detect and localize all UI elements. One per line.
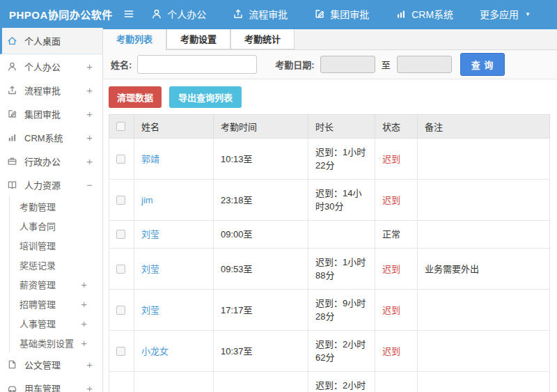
date-from-input[interactable] — [320, 56, 375, 73]
sidebar-item-label: 考勤管理 — [19, 200, 102, 213]
employee-name-link[interactable]: 刘莹 — [141, 264, 159, 274]
sidebar-item-label: 个人办公 — [24, 60, 86, 73]
status-badge: 迟到 — [382, 154, 400, 164]
status-cell: 正常 — [375, 221, 418, 249]
table-row: 小龙女10:37至迟到：2小时62分迟到 — [109, 331, 550, 372]
sidebar-item-document-management[interactable]: 公文管理+ — [0, 352, 102, 376]
topbar: PHPOA协同办公软件 个人办公流程审批集团审批CRM系统更多应用▼ — [0, 0, 557, 28]
expand-plus-icon[interactable]: + — [86, 61, 93, 72]
sidebar-item-vehicle-management[interactable]: 用车管理+ — [0, 376, 102, 392]
select-all-header-cell — [109, 115, 134, 139]
nav-item-workflow-approval[interactable]: 流程审批 — [233, 7, 288, 21]
employee-name-cell: 郭靖 — [134, 139, 214, 180]
row-checkbox[interactable] — [116, 265, 125, 274]
search-button[interactable]: 查 询 — [460, 53, 505, 76]
sidebar-item-admin-office[interactable]: 行政办公+ — [0, 149, 102, 173]
row-checkbox[interactable] — [116, 306, 125, 315]
sidebar-item-personnel-management[interactable]: 人事管理+ — [9, 313, 102, 333]
sidebar-item-recruitment-management[interactable]: 招聘管理+ — [9, 294, 102, 313]
row-checkbox[interactable] — [116, 196, 125, 205]
sidebar-item-reward-punishment[interactable]: 奖惩记录 — [9, 255, 102, 274]
sidebar-item-training-management[interactable]: 培训管理 — [9, 235, 102, 255]
expand-plus-icon[interactable]: + — [86, 84, 93, 96]
employee-name-link[interactable]: 郭靖 — [141, 154, 159, 164]
sidebar-item-human-resources[interactable]: 人力资源− — [0, 173, 102, 196]
expand-plus-icon[interactable]: + — [86, 108, 93, 120]
status-cell: 迟到/早退 — [375, 372, 418, 392]
sidebar-item-base-category-settings[interactable]: 基础类别设置+ — [9, 333, 102, 352]
employee-name-link[interactable]: 刘莹 — [141, 305, 159, 315]
sidebar-item-salary-management[interactable]: 薪资管理+ — [9, 274, 102, 294]
date-filter-label: 考勤日期: — [275, 58, 314, 71]
personal-office-icon — [151, 8, 162, 19]
name-filter-input[interactable] — [137, 55, 257, 74]
tab-attendance-settings[interactable]: 考勤设置 — [166, 29, 230, 49]
collapse-minus-icon[interactable]: − — [86, 179, 93, 191]
expand-plus-icon[interactable]: + — [86, 359, 93, 370]
nav-item-more-apps[interactable]: 更多应用▼ — [480, 7, 531, 21]
nav-item-label: 更多应用 — [480, 7, 519, 21]
table-row: 管理员10:54至10:54迟到：2小时90分早退：7小时10分迟到/早退111… — [109, 372, 550, 392]
status-cell: 迟到 — [375, 290, 418, 331]
chart-icon — [7, 132, 18, 143]
sidebar-item-desktop[interactable]: 个人桌面 — [0, 28, 102, 54]
expand-plus-icon[interactable]: + — [81, 317, 87, 329]
note-cell — [418, 290, 550, 331]
expand-plus-icon[interactable]: + — [81, 337, 87, 349]
row-checkbox[interactable] — [116, 347, 125, 356]
duration-cell: 迟到：2小时62分 — [308, 331, 375, 372]
sidebar-item-personal-office[interactable]: 个人办公+ — [0, 54, 102, 78]
sidebar-item-label: 人事管理 — [19, 317, 81, 330]
column-header: 姓名 — [134, 115, 214, 139]
expand-plus-icon[interactable]: + — [86, 155, 93, 167]
nav-item-group-approval[interactable]: 集团审批 — [314, 7, 369, 21]
status-badge: 迟到 — [382, 346, 400, 356]
row-checkbox[interactable] — [116, 230, 125, 239]
tab-attendance-list[interactable]: 考勤列表 — [103, 29, 166, 50]
employee-name-cell: jim — [134, 180, 214, 221]
attendance-table: 姓名考勤时间时长状态备注 郭靖10:13至迟到：1小时22分迟到jim23:18… — [109, 114, 550, 392]
sidebar-item-attendance-management[interactable]: 考勤管理 — [9, 196, 102, 216]
column-header: 备注 — [418, 115, 550, 139]
attendance-time-cell: 09:00至 — [214, 221, 308, 249]
employee-name-link[interactable]: 小龙女 — [141, 346, 168, 356]
employee-name-link[interactable]: jim — [141, 195, 153, 205]
duration-cell — [308, 221, 375, 249]
sidebar-item-label: 行政办公 — [24, 155, 86, 168]
table-row: jim23:18至迟到：14小时30分迟到 — [109, 180, 550, 221]
status-badge: 迟到 — [382, 264, 400, 274]
expand-plus-icon[interactable]: + — [86, 132, 93, 143]
car-icon — [7, 383, 18, 392]
attendance-time-cell: 17:17至 — [214, 290, 308, 331]
expand-plus-icon[interactable]: + — [86, 382, 93, 392]
filter-bar: 姓名: 考勤日期: 至 查 询 — [103, 50, 557, 79]
nav-item-personal-office[interactable]: 个人办公 — [151, 7, 206, 21]
expand-plus-icon[interactable]: + — [81, 298, 87, 310]
doc-icon — [7, 359, 18, 370]
note-cell — [418, 331, 550, 372]
sidebar-item-crm-system[interactable]: CRM系统+ — [0, 125, 102, 149]
clear-data-button[interactable]: 清理数据 — [109, 86, 162, 108]
note-cell — [418, 221, 550, 249]
duration-cell: 迟到：14小时30分 — [308, 180, 375, 221]
sidebar-item-workflow-approval[interactable]: 流程审批+ — [0, 78, 102, 102]
sidebar-item-label: 人力资源 — [24, 178, 86, 191]
date-to-input[interactable] — [397, 56, 452, 73]
status-badge: 迟到 — [382, 305, 400, 315]
note-cell: 业务需要外出 — [418, 249, 550, 290]
nav-item-label: 个人办公 — [167, 7, 206, 21]
row-checkbox-cell — [109, 221, 134, 249]
employee-name-cell: 小龙女 — [134, 331, 214, 372]
hamburger-menu-icon[interactable] — [122, 6, 136, 22]
sidebar-item-hr-contract[interactable]: 人事合同 — [9, 216, 102, 235]
tab-attendance-statistics[interactable]: 考勤统计 — [230, 29, 295, 49]
sidebar-item-label: 集团审批 — [24, 107, 86, 120]
sidebar-item-group-approval[interactable]: 集团审批+ — [0, 102, 102, 125]
expand-plus-icon[interactable]: + — [81, 279, 87, 290]
row-checkbox[interactable] — [116, 155, 125, 164]
employee-name-link[interactable]: 刘莹 — [141, 229, 159, 240]
select-all-checkbox[interactable] — [116, 122, 125, 131]
nav-item-crm-system[interactable]: CRM系统 — [395, 7, 453, 21]
duration-cell: 迟到：1小时88分 — [308, 249, 375, 290]
export-list-button[interactable]: 导出查询列表 — [169, 86, 242, 108]
